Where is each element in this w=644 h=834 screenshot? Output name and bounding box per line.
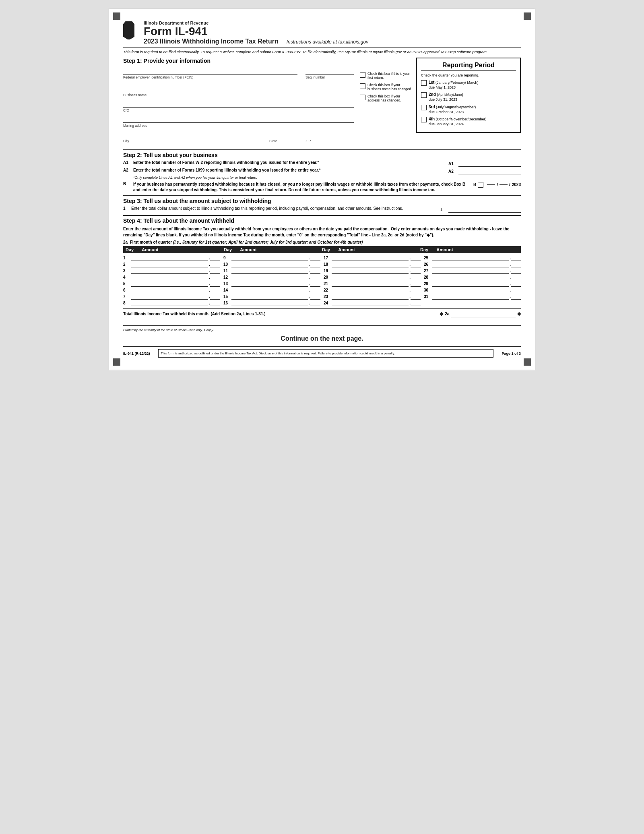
main-top-section: Step 1: Provide your information Federal… xyxy=(123,58,521,147)
day-6-cents[interactable] xyxy=(210,287,220,293)
day-9-field[interactable] xyxy=(231,255,308,261)
day-7-field[interactable] xyxy=(131,293,208,300)
quarter-1-detail: (January/February/ March) xyxy=(436,81,479,85)
day-2-cents[interactable] xyxy=(210,261,220,267)
step2-a2-field[interactable] xyxy=(458,168,521,174)
day-26-field[interactable] xyxy=(432,261,509,267)
day-25-cents[interactable] xyxy=(511,255,521,261)
date-day-line[interactable] xyxy=(500,184,508,185)
step3-title: Step 3: Tell us about the amount subject… xyxy=(123,198,521,204)
quarter-3-checkbox[interactable] xyxy=(421,105,427,110)
day-3-cents[interactable] xyxy=(210,267,220,274)
day-12-field[interactable] xyxy=(231,274,308,280)
step2-b-row: B If your business has permanently stopp… xyxy=(123,182,521,193)
step2-a2-label: A2 xyxy=(123,168,133,172)
day-19-field[interactable] xyxy=(332,267,409,274)
day-18-field[interactable] xyxy=(332,261,409,267)
bottom-disclaimer: This form is authorized as outlined unde… xyxy=(158,349,494,358)
quarter-4-checkbox[interactable] xyxy=(421,117,427,122)
quarter-1-checkbox[interactable] xyxy=(421,80,427,86)
day-3-row: 3 . xyxy=(123,267,220,274)
day-27-cents[interactable] xyxy=(511,267,521,274)
day-8-field[interactable] xyxy=(131,300,208,306)
day-23-field[interactable] xyxy=(332,293,409,300)
day-20-cents[interactable] xyxy=(411,274,421,280)
day-5-field[interactable] xyxy=(131,280,208,287)
day-10-field[interactable] xyxy=(231,261,308,267)
date-month-line[interactable] xyxy=(487,184,495,185)
day-11-field[interactable] xyxy=(231,267,308,274)
day-11-cents[interactable] xyxy=(310,267,320,274)
business-name-line[interactable] xyxy=(123,85,354,92)
city-line[interactable] xyxy=(123,131,265,138)
day-17-field[interactable] xyxy=(332,255,409,261)
day-9-cents[interactable] xyxy=(310,255,320,261)
zip-line[interactable] xyxy=(305,131,354,138)
day-15-cents[interactable] xyxy=(310,293,320,300)
day-1-field[interactable] xyxy=(131,255,208,261)
day-21-cents[interactable] xyxy=(411,280,421,287)
day-12-cents[interactable] xyxy=(310,274,320,280)
mailing-label: Mailing address xyxy=(123,124,354,128)
fein-line[interactable] xyxy=(123,67,297,75)
day-28-cents[interactable] xyxy=(511,274,521,280)
day-30-row: 30 . xyxy=(424,287,521,293)
day-24-field[interactable] xyxy=(332,300,409,306)
day-14-field[interactable] xyxy=(231,287,308,293)
day-31-field[interactable] xyxy=(432,293,509,300)
day-29-cents[interactable] xyxy=(511,280,521,287)
state-line[interactable] xyxy=(269,131,301,138)
business-changed-checkbox[interactable] xyxy=(360,83,365,89)
day-6-field[interactable] xyxy=(131,287,208,293)
day-2-field[interactable] xyxy=(131,261,208,267)
total-2a-field[interactable] xyxy=(451,310,516,317)
day-13-cents[interactable] xyxy=(310,280,320,287)
day-27-field[interactable] xyxy=(432,267,509,274)
day-26-cents[interactable] xyxy=(511,261,521,267)
day-19-cents[interactable] xyxy=(411,267,421,274)
day-18-row: 18 . xyxy=(324,261,421,267)
step2-a1-field[interactable] xyxy=(458,160,521,167)
day-22-field[interactable] xyxy=(332,287,409,293)
day-28-field[interactable] xyxy=(432,274,509,280)
day-13-field[interactable] xyxy=(231,280,308,287)
step2-b-checkbox[interactable] xyxy=(478,182,483,188)
reporting-period-title: Reporting Period xyxy=(421,62,516,71)
day-3-field[interactable] xyxy=(131,267,208,274)
first-return-checkbox[interactable] xyxy=(360,72,365,78)
step3-1-field[interactable] xyxy=(448,206,521,213)
day-15-field[interactable] xyxy=(231,293,308,300)
day-18-cents[interactable] xyxy=(411,261,421,267)
day-14-cents[interactable] xyxy=(310,287,320,293)
day-17-cents[interactable] xyxy=(411,255,421,261)
day-21-field[interactable] xyxy=(332,280,409,287)
day-29-field[interactable] xyxy=(432,280,509,287)
day-22-cents[interactable] xyxy=(411,287,421,293)
day-4-field[interactable] xyxy=(131,274,208,280)
quarter-2-detail: (April/May/June) xyxy=(437,93,463,97)
day-7-cents[interactable] xyxy=(210,293,220,300)
address-changed-checkbox[interactable] xyxy=(360,95,365,100)
day-10-row: 10 . xyxy=(223,261,320,267)
continue-text: Continue on the next page. xyxy=(123,335,521,342)
day-16-cents[interactable] xyxy=(310,300,320,306)
day-10-cents[interactable] xyxy=(310,261,320,267)
day-25-field[interactable] xyxy=(432,255,509,261)
step2-a2-answer: A2 xyxy=(448,168,521,174)
day-1-cents[interactable] xyxy=(210,255,220,261)
day-31-cents[interactable] xyxy=(511,293,521,300)
day-24-cents[interactable] xyxy=(411,300,421,306)
day-30-cents[interactable] xyxy=(511,287,521,293)
quarter-2-checkbox[interactable] xyxy=(421,92,427,98)
day-5-cents[interactable] xyxy=(210,280,220,287)
day-8-cents[interactable] xyxy=(210,300,220,306)
day-30-field[interactable] xyxy=(432,287,509,293)
quarter-1-label: 1st xyxy=(429,80,434,85)
day-20-field[interactable] xyxy=(332,274,409,280)
day-23-cents[interactable] xyxy=(411,293,421,300)
co-line[interactable] xyxy=(123,100,354,108)
seq-line[interactable] xyxy=(305,67,354,75)
mailing-line[interactable] xyxy=(123,116,354,123)
day-4-cents[interactable] xyxy=(210,274,220,280)
day-16-field[interactable] xyxy=(231,300,308,306)
